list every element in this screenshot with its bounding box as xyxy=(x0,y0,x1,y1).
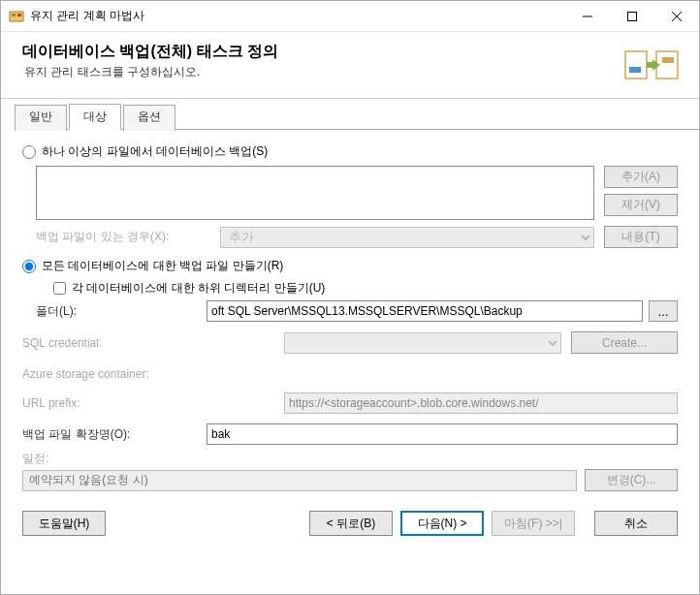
close-button[interactable] xyxy=(654,2,699,31)
app-icon xyxy=(9,9,24,24)
tab-destination[interactable]: 대상 xyxy=(69,104,121,130)
create-credential-button: Create... xyxy=(571,331,678,354)
url-prefix-input xyxy=(284,392,678,414)
page-title: 데이터베이스 백업(전체) 태스크 정의 xyxy=(22,42,623,62)
page-subtitle: 유지 관리 태스크를 구성하십시오. xyxy=(24,64,623,80)
schedule-value: 예약되지 않음(요청 시) xyxy=(22,470,577,491)
checkbox-subdir-label[interactable]: 각 데이터베이스에 대한 하위 디렉터리 만들기(U) xyxy=(72,280,325,297)
cancel-button[interactable]: 취소 xyxy=(594,511,678,536)
radio-backup-to-files[interactable] xyxy=(22,145,36,159)
schedule-label: 일정: xyxy=(22,451,678,467)
window-controls xyxy=(565,2,699,31)
svg-rect-4 xyxy=(628,12,637,20)
browse-folder-button[interactable]: ... xyxy=(649,300,678,322)
finish-button: 마침(F) >>| xyxy=(492,511,575,536)
svg-rect-1 xyxy=(12,14,16,16)
window-title: 유지 관리 계획 마법사 xyxy=(30,8,565,24)
wizard-icon xyxy=(623,46,682,84)
folder-label: 폴더(L): xyxy=(36,303,207,320)
titlebar: 유지 관리 계획 마법사 xyxy=(1,1,699,32)
help-button[interactable]: 도움말(H) xyxy=(22,511,106,536)
wizard-header: 데이터베이스 백업(전체) 태스크 정의 유지 관리 태스크를 구성하십시오. xyxy=(1,32,699,99)
change-schedule-button: 변경(C)... xyxy=(585,469,678,491)
back-button[interactable]: < 뒤로(B) xyxy=(309,511,393,536)
file-list-box[interactable] xyxy=(36,166,594,220)
maximize-button[interactable] xyxy=(610,2,654,31)
if-exists-select: 추가 xyxy=(220,227,594,248)
azure-container-label: Azure storage container: xyxy=(22,367,284,381)
tab-general[interactable]: 일반 xyxy=(15,105,67,131)
content-panel: 하나 이상의 파일에서 데이터베이스 백업(S) 추가(A) 제거(V) 백업 … xyxy=(1,130,699,497)
tab-options[interactable]: 옵션 xyxy=(123,105,175,131)
checkbox-subdir[interactable] xyxy=(53,282,66,295)
extension-input[interactable] xyxy=(207,423,678,445)
sql-credential-select xyxy=(284,332,561,354)
tab-bar: 일반 대상 옵션 xyxy=(15,103,699,130)
if-exists-label: 백업 파일이 있는 경우(X): xyxy=(36,229,220,245)
radio-backup-every-db[interactable] xyxy=(22,260,36,273)
url-prefix-label: URL prefix: xyxy=(22,396,284,410)
extension-label: 백업 파일 확장명(O): xyxy=(22,426,207,443)
radio-backup-every-db-label[interactable]: 모든 데이터베이스에 대한 백업 파일 만들기(R) xyxy=(42,258,283,274)
sql-credential-label: SQL credential: xyxy=(22,336,284,350)
svg-rect-9 xyxy=(662,57,674,63)
svg-rect-10 xyxy=(629,67,641,73)
minimize-button[interactable] xyxy=(565,2,610,31)
folder-input[interactable] xyxy=(207,300,643,322)
remove-button: 제거(V) xyxy=(604,194,678,216)
add-button: 추가(A) xyxy=(604,166,678,188)
footer-buttons: 도움말(H) < 뒤로(B) 다음(N) > 마침(F) >>| 취소 xyxy=(1,497,699,553)
next-button[interactable]: 다음(N) > xyxy=(400,511,484,536)
radio-backup-to-files-label[interactable]: 하나 이상의 파일에서 데이터베이스 백업(S) xyxy=(42,143,268,160)
svg-rect-2 xyxy=(17,14,21,16)
svg-rect-7 xyxy=(625,51,647,78)
contents-button: 내용(T) xyxy=(604,226,678,248)
